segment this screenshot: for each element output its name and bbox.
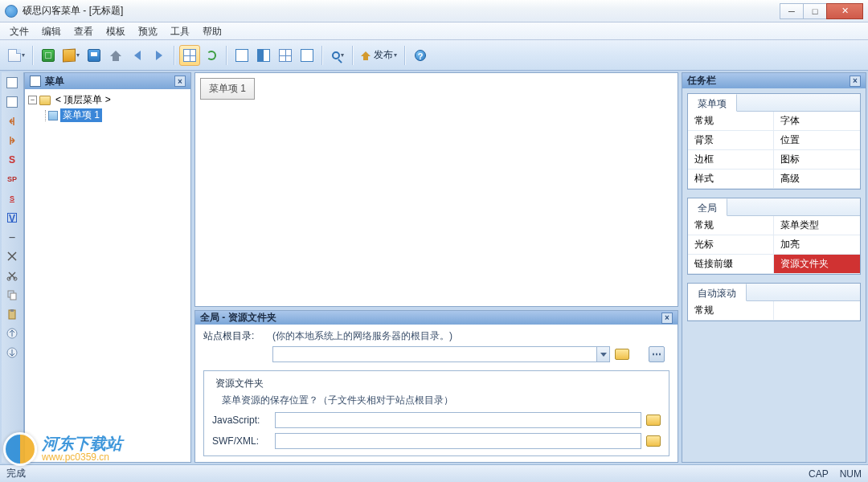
side-delete[interactable] <box>3 247 21 265</box>
panel-close-button[interactable]: × <box>850 76 861 87</box>
tab-autoscroll[interactable]: 自动滚动 <box>688 284 747 301</box>
side-sep[interactable]: ─ <box>3 228 21 246</box>
side-indent-in[interactable] <box>3 132 21 149</box>
side-subdoc[interactable] <box>3 93 21 111</box>
side-paste[interactable] <box>3 305 21 323</box>
dropdown-arrow-icon[interactable] <box>596 347 609 362</box>
prop-cell[interactable]: 图标 <box>774 150 860 170</box>
side-cut[interactable] <box>3 267 21 284</box>
layout1-button[interactable] <box>231 45 252 66</box>
open-button[interactable] <box>38 45 59 66</box>
prop-body: 站点根目录: (你的本地系统上的网络服务器的根目录。) 资源文件夹 菜单资源的保… <box>195 325 678 463</box>
menu-preview[interactable]: 预览 <box>132 22 164 39</box>
layout3-button[interactable] <box>275 45 296 66</box>
layout-grid-button[interactable] <box>179 45 200 66</box>
prop-cell[interactable]: 字体 <box>774 112 860 131</box>
canvas-panel[interactable]: 菜单项 1 <box>194 72 678 307</box>
prop-panel-header[interactable]: 全局 - 资源文件夹 × <box>195 311 678 325</box>
browse-folder-button[interactable] <box>615 349 629 360</box>
separator <box>226 46 227 65</box>
tree-root-row[interactable]: − < 顶层菜单 > <box>28 92 187 108</box>
statusbar: 完成 CAP NUM <box>0 464 868 482</box>
paste-icon <box>6 308 18 320</box>
tree-line <box>45 110 46 121</box>
prop-cell[interactable]: 常规 <box>688 301 774 321</box>
tree-body[interactable]: − < 顶层菜单 > 菜单项 1 <box>25 89 190 462</box>
prop-cell[interactable]: 边框 <box>688 150 774 170</box>
fieldset-legend: 资源文件夹 <box>212 377 267 390</box>
tab-global[interactable]: 全局 <box>688 198 727 216</box>
browse-swf-button[interactable] <box>646 435 661 447</box>
layout2-button[interactable] <box>253 45 274 66</box>
save-button[interactable] <box>84 45 104 66</box>
menu-template[interactable]: 模板 <box>100 22 132 39</box>
minimize-button[interactable]: ─ <box>780 3 804 19</box>
side-newdoc[interactable] <box>3 74 21 92</box>
browse-js-button[interactable] <box>646 415 661 426</box>
prop-cell[interactable]: 高级 <box>774 170 860 189</box>
site-root-label: 站点根目录: <box>203 329 268 343</box>
open-file-icon <box>42 49 55 62</box>
side-down[interactable] <box>3 344 21 362</box>
redo-button[interactable] <box>149 45 170 66</box>
menu-file[interactable]: 文件 <box>3 22 35 39</box>
status-num: NUM <box>840 468 862 480</box>
template-button[interactable]: ▾ <box>59 45 83 66</box>
publish-button[interactable]: 发布▾ <box>358 45 400 66</box>
scissors-icon <box>6 270 18 281</box>
side-indent-out[interactable] <box>3 112 21 130</box>
global-group: 全局 常规 菜单类型 光标 加亮 链接前缀 资源文件夹 <box>687 198 861 275</box>
menuitem-prop-grid: 常规 字体 背景 位置 边框 图标 样式 高级 <box>688 112 860 189</box>
layout4-button[interactable] <box>297 45 317 66</box>
help-button[interactable]: ? <box>410 45 431 66</box>
menu-panel-header[interactable]: 菜单 × <box>25 73 190 89</box>
close-button[interactable]: ✕ <box>826 3 863 19</box>
prop-cell[interactable] <box>774 301 860 321</box>
zoom-button[interactable]: ▾ <box>327 45 348 66</box>
new-button[interactable]: ▾ <box>5 45 28 66</box>
menu-view[interactable]: 查看 <box>68 22 100 39</box>
side-up[interactable] <box>3 325 21 342</box>
prop-cell[interactable]: 常规 <box>688 112 774 131</box>
layout-icon <box>235 49 248 62</box>
home-button[interactable] <box>105 45 126 66</box>
menu-item-preview[interactable]: 菜单项 1 <box>200 78 255 100</box>
panel-close-button[interactable]: × <box>174 76 186 87</box>
menu-help[interactable]: 帮助 <box>196 22 228 39</box>
prop-cell[interactable]: 光标 <box>688 235 774 255</box>
new-doc-icon <box>8 49 21 62</box>
site-root-combo[interactable] <box>272 346 610 362</box>
prop-cell[interactable]: 位置 <box>774 131 860 150</box>
menu-edit[interactable]: 编辑 <box>35 22 68 39</box>
separator <box>404 46 406 65</box>
right-dock: 任务栏 × 菜单项 常规 字体 背景 位置 边框 图标 样式 高级 <box>682 72 866 463</box>
collapse-icon[interactable]: − <box>28 96 37 104</box>
menu-tools[interactable]: 工具 <box>164 22 196 39</box>
side-s[interactable]: S <box>3 151 21 169</box>
taskbar-header[interactable]: 任务栏 × <box>682 72 866 88</box>
titlebar: 硕思闪客菜单 - [无标题] ─ □ ✕ <box>0 0 868 22</box>
tab-menuitem[interactable]: 菜单项 <box>688 94 737 112</box>
prop-cell[interactable]: 链接前缀 <box>688 255 774 274</box>
save-icon <box>88 49 100 62</box>
maximize-button[interactable]: □ <box>803 3 827 19</box>
panel-close-button[interactable]: × <box>661 312 673 324</box>
prop-cell-highlighted[interactable]: 资源文件夹 <box>774 255 860 274</box>
tree-item-row[interactable]: 菜单项 1 <box>28 108 187 123</box>
dialog-button[interactable] <box>649 346 665 362</box>
prop-cell[interactable]: 加亮 <box>774 235 860 255</box>
side-copy[interactable] <box>3 286 21 304</box>
prop-cell[interactable]: 样式 <box>688 170 774 189</box>
tree-root-label[interactable]: < 顶层菜单 > <box>53 93 113 107</box>
undo-button[interactable] <box>127 45 148 66</box>
tree-item-label[interactable]: 菜单项 1 <box>60 108 102 122</box>
side-sj[interactable]: S <box>3 190 21 207</box>
swf-input[interactable] <box>275 433 641 449</box>
prop-cell[interactable]: 菜单类型 <box>774 216 860 235</box>
prop-cell[interactable]: 背景 <box>688 131 774 150</box>
side-v[interactable]: V <box>3 209 21 227</box>
refresh-button[interactable] <box>201 45 222 66</box>
prop-cell[interactable]: 常规 <box>688 216 774 235</box>
js-input[interactable] <box>275 412 641 428</box>
side-sp[interactable]: SP <box>3 170 21 188</box>
